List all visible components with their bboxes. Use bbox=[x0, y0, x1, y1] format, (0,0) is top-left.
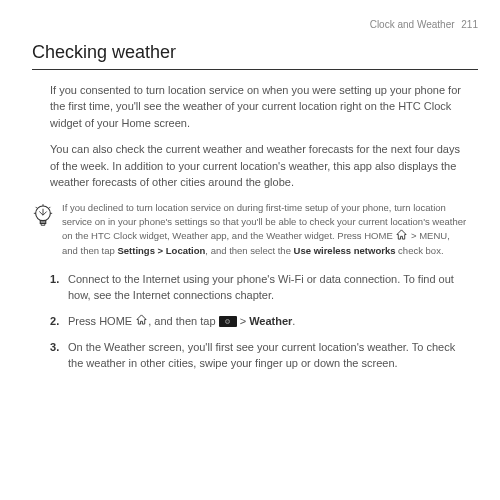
intro-paragraph-1: If you consented to turn location servic… bbox=[50, 82, 468, 132]
body-content: If you consented to turn location servic… bbox=[22, 82, 478, 372]
page-number: 211 bbox=[461, 19, 478, 30]
page-title: Checking weather bbox=[32, 39, 478, 70]
svg-line-7 bbox=[36, 207, 37, 208]
intro-paragraph-2: You can also check the current weather a… bbox=[50, 141, 468, 191]
svg-line-8 bbox=[49, 207, 50, 208]
app-launcher-icon bbox=[219, 316, 237, 327]
step-2: Press HOME , and then tap > Weather. bbox=[50, 313, 468, 330]
step-1: Connect to the Internet using your phone… bbox=[50, 271, 468, 304]
svg-line-2 bbox=[39, 211, 43, 215]
tip-text: If you declined to turn location service… bbox=[62, 201, 468, 259]
step-3: On the Weather screen, you'll first see … bbox=[50, 339, 468, 372]
home-icon bbox=[136, 313, 147, 330]
section-name: Clock and Weather bbox=[370, 19, 455, 30]
svg-line-3 bbox=[43, 211, 47, 215]
page-header: Clock and Weather 211 bbox=[22, 18, 478, 33]
steps-list: Connect to the Internet using your phone… bbox=[50, 271, 468, 372]
lightbulb-icon bbox=[32, 203, 56, 235]
tip-box: If you declined to turn location service… bbox=[32, 201, 468, 259]
home-icon bbox=[396, 229, 407, 244]
